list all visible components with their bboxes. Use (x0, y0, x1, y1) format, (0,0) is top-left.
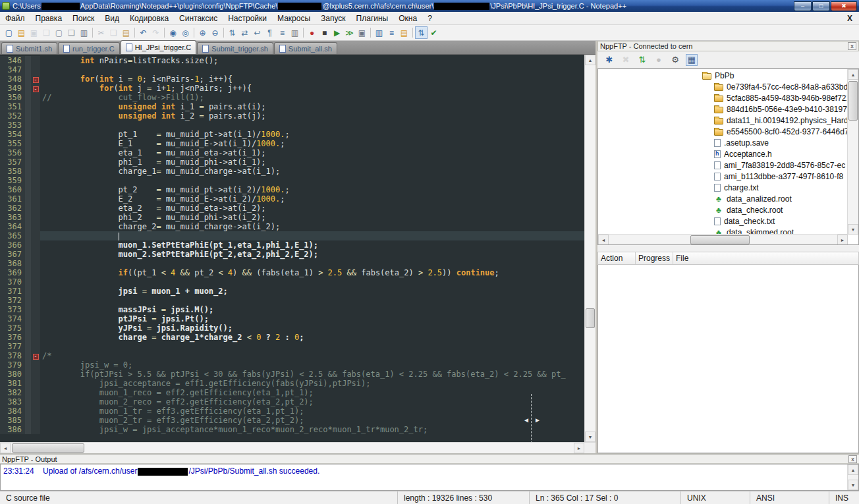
tab-Submit1.sh[interactable]: Submit1.sh (1, 42, 57, 54)
code-line-380[interactable]: 380 if(ptJPsi > 5.5 && ptJPsi < 30 && fa… (0, 370, 584, 379)
menu-window[interactable]: Окна (393, 13, 422, 24)
code-area[interactable]: 346 int nPairs=listTracks.size();347348 … (0, 55, 584, 442)
maximize-button[interactable]: □ (812, 1, 830, 11)
menu-plugins[interactable]: Плагины (351, 13, 394, 24)
tree-item-data11_hi.00194192.physics_HardP[interactable]: data11_hi.00194192.physics_HardP (598, 115, 847, 126)
stop-macro-icon[interactable]: ■ (318, 26, 331, 39)
abort-icon[interactable]: ✖ (620, 54, 632, 66)
redo-icon[interactable]: ↷ (150, 26, 162, 39)
scroll-down-arrow-icon[interactable] (848, 480, 858, 490)
fold-marker-icon[interactable] (33, 354, 39, 360)
column-header-action[interactable]: Action (598, 252, 636, 264)
menu-macro[interactable]: Макросы (272, 13, 316, 24)
code-line-375[interactable]: 375 yJPsi = jpsi.Rapidity(); (0, 323, 584, 333)
settings-icon[interactable]: ⚙ (669, 54, 681, 66)
remote-file-tree[interactable]: PbPb0e739fa4-57cc-4ec8-84a8-a633bda5cfac… (597, 69, 859, 245)
minimize-button[interactable]: – (794, 1, 812, 11)
code-line-376[interactable]: 376 charge = charge_1*charge_2 < 0 ? 2 :… (0, 333, 584, 342)
tree-horizontal-scrollbar[interactable] (598, 234, 848, 244)
user-lang-icon[interactable]: ▥ (289, 26, 301, 39)
code-line-374[interactable]: 374 ptJPsi = jpsi.Pt(); (0, 314, 584, 323)
tree-item-data_skimmed.root[interactable]: data_skimmed.root (598, 227, 847, 234)
find-icon[interactable]: ◉ (167, 26, 179, 39)
new-file-icon[interactable]: ▢ (3, 26, 15, 39)
nppftp-toolbar-icon[interactable]: ⇅ (415, 26, 428, 39)
close-file-icon[interactable]: ▢ (53, 26, 65, 39)
code-line-383[interactable]: 383 muon_2_reco = eff2.getEfficiency(eta… (0, 397, 584, 406)
sync-vertical-icon[interactable]: ⇅ (226, 26, 238, 39)
code-line-354[interactable]: 354 pt_1 = mu_muid_pt->at(i_1)/1000.; (0, 130, 584, 139)
code-line-347[interactable]: 347 (0, 65, 584, 74)
code-line-373[interactable]: 373 massJPsi = jpsi.M(); (0, 305, 584, 314)
tab-run_trigger.C[interactable]: run_trigger.C (58, 42, 120, 54)
copy-icon[interactable]: ❏ (107, 26, 120, 39)
refresh-icon[interactable]: ⇅ (636, 54, 648, 66)
tree-item-PbPb[interactable]: PbPb (598, 70, 847, 81)
connect-icon[interactable]: ✱ (603, 54, 615, 66)
code-line-351[interactable]: 351 unsigned int i_1 = pairs.at(i); (0, 102, 584, 111)
code-line-369[interactable]: 369 if((pt_1 < 4 && pt_2 < 4) && (fabs(e… (0, 268, 584, 277)
show-all-chars-icon[interactable]: ¶ (263, 26, 276, 39)
output-panel-body[interactable]: 23:31:24 Upload of /afs/cern.ch/user/JPs… (0, 464, 859, 491)
code-line-377[interactable]: 377 (0, 342, 584, 351)
editor-vscroll-thumb[interactable] (586, 308, 595, 328)
menu-view[interactable]: Вид (99, 13, 125, 24)
editor-vertical-scrollbar[interactable] (584, 55, 596, 442)
code-line-367[interactable]: 367 muon_2.SetPtEtaPhiE(pt_2,eta_2,phi_2… (0, 250, 584, 259)
scroll-up-arrow-icon[interactable] (848, 69, 858, 80)
code-line-365[interactable]: 365 (0, 231, 584, 240)
column-header-file[interactable]: File (673, 252, 858, 264)
code-line-382[interactable]: 382 muon_1_reco = eff2.getEfficiency(eta… (0, 388, 584, 397)
indent-guide-icon[interactable]: ≡ (276, 26, 289, 39)
menu-encoding[interactable]: Кодировка (125, 13, 174, 24)
tree-item-.asetup.save[interactable]: .asetup.save (598, 137, 847, 148)
code-line-361[interactable]: 361 E_2 = mu_muid_E->at(i_2)/1000.; (0, 194, 584, 204)
fold-marker-icon[interactable] (33, 77, 39, 83)
scroll-up-arrow-icon[interactable] (848, 464, 858, 475)
menu-search[interactable]: Поиск (67, 13, 99, 24)
code-line-346[interactable]: 346 int nPairs=listTracks.size(); (0, 56, 584, 65)
code-line-355[interactable]: 355 E_1 = mu_muid_E->at(i_1)/1000.; (0, 139, 584, 148)
folder-as-workspace-icon[interactable]: ▤ (398, 26, 410, 39)
fold-marker-icon[interactable] (33, 86, 39, 92)
tree-item-data_check.txt[interactable]: data_check.txt (598, 215, 847, 227)
tree-item-5cfac885-a459-483b-946b-98ef721[interactable]: 5cfac885-a459-483b-946b-98ef721 (598, 92, 847, 103)
code-line-359[interactable]: 359 (0, 176, 584, 185)
tab-Submit_trigger.sh[interactable]: Submit_trigger.sh (197, 42, 273, 54)
code-line-348[interactable]: 348 for(int i = 0; i<nPairs-1; i++){ (0, 74, 584, 84)
replace-icon[interactable]: ◎ (179, 26, 192, 39)
queue-icon[interactable]: ● (653, 54, 665, 66)
output-panel-close-button[interactable]: x (848, 455, 857, 463)
tree-item-data_analized.root[interactable]: data_analized.root (598, 193, 847, 204)
code-line-379[interactable]: 379 jpsi_w = 0; (0, 360, 584, 370)
close-all-icon[interactable]: ❏ (65, 26, 78, 39)
output-vertical-scrollbar[interactable] (847, 464, 858, 490)
doc-map-icon[interactable]: ▥ (373, 26, 385, 39)
tree-hscroll-thumb[interactable] (690, 235, 750, 244)
spellcheck-icon[interactable]: ✔ (428, 26, 440, 39)
scroll-left-arrow-icon[interactable] (0, 443, 11, 453)
code-line-384[interactable]: 384 muon_1_tr = eff3.getEfficiency(eta_1… (0, 406, 584, 416)
tab-Submit_all.sh[interactable]: Submit_all.sh (274, 42, 337, 54)
zoom-in-icon[interactable]: ⊕ (196, 26, 209, 39)
code-line-364[interactable]: 364 charge_2= mu_muid_charge->at(i_2); (0, 222, 584, 231)
open-folder-icon[interactable]: ▤ (15, 26, 28, 39)
scroll-down-arrow-icon[interactable] (585, 432, 596, 442)
code-line-356[interactable]: 356 eta_1 = mu_muid_eta->at(i_1); (0, 148, 584, 157)
print-icon[interactable]: ▥ (78, 26, 90, 39)
run-multi-macro-icon[interactable]: ≫ (343, 26, 356, 39)
code-line-378[interactable]: 378/* (0, 351, 584, 360)
code-line-353[interactable]: 353 (0, 121, 584, 130)
menu-help[interactable]: ? (422, 13, 437, 24)
record-macro-icon[interactable]: ● (306, 26, 318, 39)
tree-item-Acceptance.h[interactable]: Acceptance.h (598, 148, 847, 159)
word-wrap-icon[interactable]: ↩ (251, 26, 263, 39)
tree-item-ami_b113dbbe-a377-497f-8610-f8[interactable]: ami_b113dbbe-a377-497f-8610-f8 (598, 171, 847, 182)
tree-item-ami_7fa83819-2dd8-4576-85c7-ec[interactable]: ami_7fa83819-2dd8-4576-85c7-ec (598, 159, 847, 171)
scroll-right-arrow-icon[interactable] (574, 443, 584, 453)
code-line-372[interactable]: 372 (0, 296, 584, 305)
titlebar[interactable]: C:\UsersAppData\Roaming\Notepad++\plugin… (0, 0, 859, 12)
paste-icon[interactable]: ▤ (120, 26, 132, 39)
menu-settings[interactable]: Настройки (223, 13, 272, 24)
code-line-358[interactable]: 358 charge_1= mu_muid_charge->at(i_1); (0, 167, 584, 176)
